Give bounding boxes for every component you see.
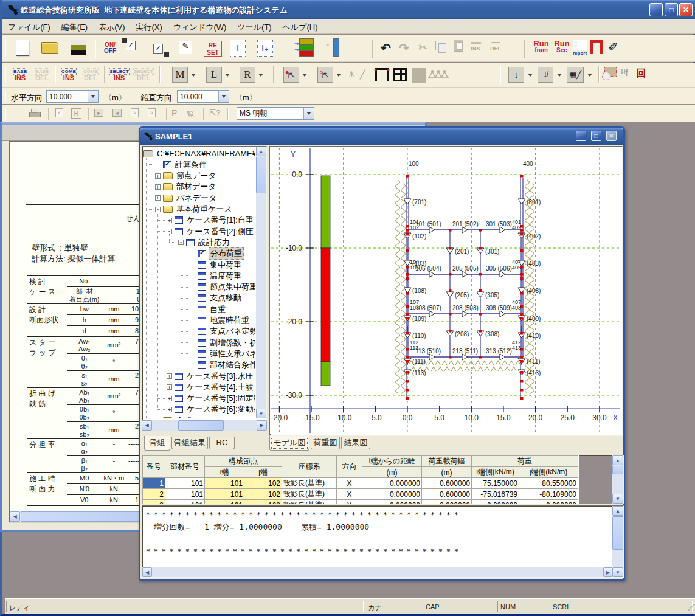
tree-expand-icon[interactable]: + (167, 218, 172, 223)
tree-item-label[interactable]: 支点移動 (209, 292, 243, 303)
table-cell[interactable]: -75.016739 (472, 489, 519, 500)
tab-結果図[interactable]: 結果図 (341, 437, 370, 449)
font-combo[interactable]: MS 明朝 (237, 107, 314, 120)
tree-item-label[interactable]: 弾性支承バネ定 (209, 348, 255, 359)
table-cell[interactable]: X (337, 489, 362, 500)
tree-item-label[interactable]: 支点バネ定数( (209, 326, 255, 337)
tree-item-label[interactable]: 集中荷重 (209, 260, 243, 271)
column-header[interactable]: i端側(kN/m) (472, 467, 519, 478)
menu-item[interactable]: ファイル(F) (2, 19, 56, 35)
m-button[interactable]: M (172, 67, 188, 83)
tree-item[interactable]: 集中荷重 (143, 259, 243, 271)
base-ins-button[interactable]: BASEINS (10, 68, 30, 81)
zoom-in-button[interactable]: Z (126, 41, 127, 50)
table-cell[interactable]: 101 (165, 500, 205, 504)
tree-expand-icon[interactable]: - (178, 240, 184, 245)
menu-item[interactable]: ウィンドウ(W) (168, 19, 232, 35)
table-cell[interactable]: 0.600000 (422, 478, 472, 489)
horiz-span-combo[interactable]: 10.000 (46, 90, 99, 103)
tree-expand-icon[interactable]: + (155, 173, 161, 179)
tree-item-label[interactable]: ケース番号[1]:自重 (185, 215, 255, 226)
tree-item-label[interactable]: 地震時荷重 (209, 315, 251, 326)
tree-hscroll-thumb[interactable] (178, 420, 224, 431)
tree-expand-icon[interactable]: + (167, 407, 172, 412)
tree-item[interactable]: 支点バネ定数( (143, 326, 255, 337)
scroll-right-icon[interactable]: ▶ (603, 567, 613, 577)
scroll-up-icon[interactable]: ▲ (612, 455, 623, 465)
section-check-button[interactable]: Ī (230, 40, 246, 57)
column-header[interactable]: 番号 (143, 456, 165, 478)
tree-item[interactable]: 温度荷重 (143, 270, 243, 282)
run-frame-button[interactable]: Runfram (531, 41, 551, 54)
page-z-button[interactable]: z (55, 108, 63, 117)
table-row[interactable]: 2101101102投影長(基準)X0.0000000.600000-75.01… (143, 489, 578, 500)
copy-button[interactable] (435, 41, 446, 53)
tree-item[interactable]: 弾性支承バネ定 (143, 348, 255, 359)
view-3d-button[interactable] (604, 67, 617, 80)
menu-item[interactable]: 表示(V) (93, 19, 130, 35)
tree-item[interactable]: +ケース番号[1]:自重 (143, 215, 255, 226)
select-ins-button[interactable]: SELECTINS (108, 68, 131, 81)
column-header[interactable]: 荷重 (472, 456, 578, 467)
minimize-button[interactable]: _ (649, 3, 663, 16)
frame-grid-button[interactable] (393, 68, 407, 81)
tree-item[interactable]: 支点移動 (143, 292, 243, 304)
tree-item[interactable]: 自重 (143, 303, 227, 315)
save-button[interactable] (71, 40, 86, 55)
tree-item-label[interactable]: 分布荷重 (209, 247, 244, 260)
tree-item-label[interactable]: 節点データ (175, 170, 218, 181)
toolbar-grip[interactable] (5, 108, 7, 119)
table-cell[interactable]: 102 (244, 500, 282, 504)
line-icon-button[interactable]: ╱ (360, 69, 365, 80)
select-cursor-dropdown[interactable] (302, 74, 307, 77)
tree-item[interactable]: 計算条件 (143, 159, 208, 170)
onoff-button[interactable]: ON/OFF (99, 42, 122, 54)
column-header[interactable]: 部材番号 (165, 456, 205, 478)
scroll-left-icon[interactable]: ◀ (142, 567, 152, 577)
tree-item[interactable]: 地震時荷重 (143, 315, 251, 327)
scroll-left-icon[interactable]: ◀ (10, 511, 20, 522)
help-button[interactable]: ⇱? (209, 108, 220, 117)
frame-red-button[interactable] (590, 40, 603, 54)
reset-button[interactable]: RESET (204, 41, 222, 57)
tree-item[interactable]: -ケース番号[2]:側圧 (143, 226, 255, 237)
tree-expand-icon[interactable]: + (155, 195, 161, 201)
report-button[interactable]: ▪▪▪▪▪▪report (573, 40, 587, 56)
comb-ins-button[interactable]: COMBINS (58, 68, 79, 81)
column-header[interactable]: j端 (244, 467, 282, 478)
vert-span-combo[interactable]: 10.000 (177, 90, 229, 103)
tree-item-label[interactable]: 設計応力 (197, 237, 231, 248)
scroll-down-icon[interactable]: ▼ (612, 494, 623, 504)
tree-expand-icon[interactable]: + (167, 384, 172, 390)
select-cursor-button[interactable]: ⇱● (283, 67, 299, 83)
tree-item[interactable]: +節点データ (143, 170, 218, 182)
tree-item[interactable]: -設計応力 (143, 237, 231, 248)
table-cell[interactable]: 101 (205, 489, 244, 500)
table-cell[interactable]: 0.600000 (422, 489, 472, 500)
table-cell[interactable]: 75.150000 (472, 478, 519, 489)
open-file-button[interactable] (41, 42, 58, 54)
scroll-up-icon[interactable]: ▲ (256, 147, 266, 156)
table-cell[interactable]: 2 (143, 489, 165, 500)
new-file-button[interactable] (16, 40, 29, 56)
load-arrow-dropdown[interactable] (528, 74, 533, 77)
tree-item-label[interactable]: 温度荷重 (209, 271, 243, 282)
delete-row-button[interactable]: ┄┄┄DEL (490, 40, 501, 52)
table-cell[interactable]: 0.000000 (519, 500, 578, 504)
table-cell[interactable]: 1 (143, 478, 165, 489)
comb-del-button[interactable]: COMBDEL (80, 68, 101, 81)
tree-item[interactable]: 節点集中荷重 (143, 282, 255, 293)
tree-item-label[interactable]: ケース番号[4]:土被り (185, 382, 255, 393)
tree-item-label[interactable]: ケース番号[6]:変動荷 (185, 404, 255, 415)
tree-expand-icon[interactable]: - (155, 207, 161, 212)
base-del-button[interactable]: BASEDEL (32, 68, 52, 81)
tree-item[interactable]: +ケース番号[3]:水圧 (143, 370, 255, 382)
table-cell[interactable]: 投影長(基準) (282, 478, 337, 489)
table-cell[interactable]: 投影長(基準) (282, 489, 337, 500)
column-header[interactable]: 構成節点 (205, 456, 282, 467)
wall-gray-button[interactable] (412, 68, 426, 83)
table-cell[interactable]: 101 (165, 478, 205, 489)
tree-expand-icon[interactable]: - (167, 229, 172, 234)
table-cell[interactable]: 101 (205, 478, 244, 489)
tree-item-label[interactable]: 部材結合条件( (209, 359, 255, 370)
